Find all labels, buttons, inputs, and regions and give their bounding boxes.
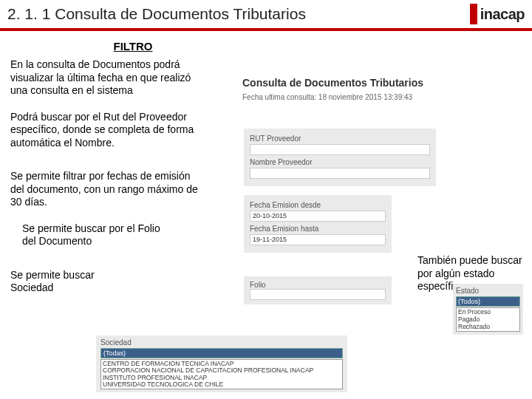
content: FILTRO En la consulta de Documentos podr… [0, 40, 532, 295]
screenshot-estado: Estado (Todos) En Proceso Pagado Rechaza… [453, 284, 523, 335]
screenshot-folio: Folio [244, 276, 392, 304]
para-sociedad: Se permite buscar Sociedad [10, 269, 114, 295]
consulta-last-date: Fecha ultima consulta: 18 noviembre 2015… [242, 93, 471, 101]
nombre-label: Nombre Proveedor [250, 158, 430, 166]
header: 2. 1. 1 Consulta de Documentos Tributari… [0, 0, 532, 31]
sociedad-option[interactable]: UNIVERSIDAD TECNOLOGICA DE CHILE [103, 381, 341, 388]
fecha-desde-label: Fecha Emision desde [250, 201, 386, 209]
screenshot-sociedad: Sociedad (Todas) CENTRO DE FORMACION TEC… [96, 335, 347, 392]
page-title: 2. 1. 1 Consulta de Documentos Tributari… [0, 5, 470, 23]
para-fechas: Se permite filtrar por fechas de emisión… [10, 170, 202, 209]
estado-select[interactable]: (Todos) [456, 296, 520, 307]
screenshot-rut-proveedor: RUT Proveedor Nombre Proveedor [244, 129, 436, 186]
screenshot-fechas: Fecha Emision desde 20-10-2015 Fecha Emi… [244, 195, 392, 253]
sociedad-select[interactable]: (Todas) [100, 348, 343, 358]
folio-input[interactable] [250, 289, 386, 300]
filtro-heading: FILTRO [7, 40, 259, 52]
para-folio: Se permite buscar por el Folio del Docum… [22, 222, 170, 248]
fecha-hasta-input[interactable]: 19-11-2015 [250, 234, 386, 245]
sociedad-options[interactable]: CENTRO DE FORMACION TECNICA INACAP CORPO… [100, 359, 343, 389]
fecha-desde-input[interactable]: 20-10-2015 [250, 211, 386, 222]
screenshot-consulta-header: Consulta de Documentos Tributarios Fecha… [242, 77, 471, 101]
fecha-hasta-label: Fecha Emision hasta [250, 225, 386, 233]
logo: inacap [470, 4, 525, 24]
rut-label: RUT Proveedor [250, 134, 430, 143]
consulta-title: Consulta de Documentos Tributarios [242, 77, 471, 89]
para-intro: En la consulta de Documentos podrá visua… [10, 58, 202, 98]
logo-bar-icon [470, 4, 477, 24]
nombre-input[interactable] [250, 168, 430, 179]
rut-input[interactable] [250, 144, 430, 155]
estado-label: Estado [456, 287, 520, 295]
folio-label: Folio [250, 281, 386, 289]
logo-text: inacap [480, 6, 525, 23]
estado-options[interactable]: En Proceso Pagado Rechazado [456, 307, 520, 332]
sociedad-label: Sociedad [100, 338, 343, 347]
para-rut: Podrá buscar por el Rut del Proveedor es… [10, 111, 202, 150]
estado-option[interactable]: Rechazado [458, 324, 518, 331]
